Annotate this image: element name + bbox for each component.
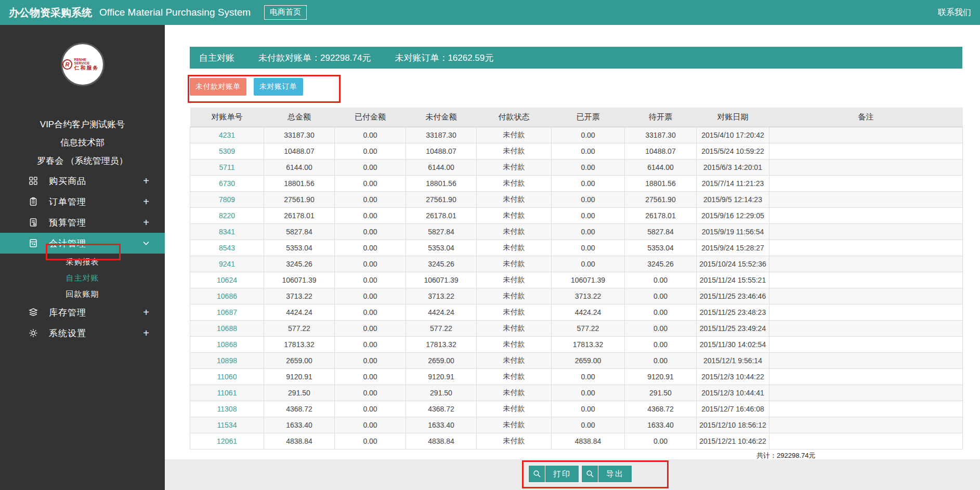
- table-cell: 未付款: [477, 352, 552, 368]
- contact-us-link[interactable]: 联系我们: [938, 7, 971, 18]
- table-cell: 0.00: [552, 127, 625, 143]
- table-cell: 2015/11/24 15:55:21: [697, 272, 769, 288]
- export-button-label: 导出: [598, 469, 632, 479]
- stats-bar: 自主对账 未付款对账单：292298.74元 未对账订单：16262.59元: [190, 47, 962, 69]
- table-cell: 未付款: [477, 288, 552, 304]
- sidebar-item-system-settings[interactable]: 系统设置 +: [0, 323, 165, 343]
- table-cell: [769, 417, 963, 433]
- table-cell: 4424.24: [552, 304, 625, 320]
- print-button[interactable]: 打印: [528, 465, 579, 483]
- table-cell: 9120.91: [406, 368, 477, 385]
- column-header: 对账日期: [697, 108, 769, 127]
- table-cell: 3713.22: [406, 288, 477, 304]
- statement-id-link[interactable]: 8220: [190, 207, 264, 223]
- statement-id-link[interactable]: 11060: [190, 368, 264, 385]
- table-cell: 2659.00: [406, 352, 477, 368]
- table-cell: 5353.04: [625, 240, 697, 256]
- table-cell: 未付款: [477, 191, 552, 207]
- unpaid-statements-button[interactable]: 未付款对账单: [190, 78, 246, 96]
- table-cell: 2015/9/5 12:14:23: [697, 191, 769, 207]
- statement-id-link[interactable]: 8543: [190, 240, 264, 256]
- statement-id-link[interactable]: 10868: [190, 336, 264, 352]
- ecommerce-home-button[interactable]: 电商首页: [264, 5, 307, 20]
- statement-id-link[interactable]: 4231: [190, 127, 264, 143]
- table-cell: 2015/11/25 23:46:46: [697, 288, 769, 304]
- statement-id-link[interactable]: 10624: [190, 272, 264, 288]
- table-cell: 0.00: [335, 417, 406, 433]
- page-title: 自主对账: [199, 52, 234, 64]
- table-cell: 6144.00: [625, 159, 697, 175]
- statement-id-link[interactable]: 7809: [190, 191, 264, 207]
- statement-id-link[interactable]: 6730: [190, 175, 264, 191]
- table-row: 106874424.240.004424.24未付款4424.240.00201…: [190, 304, 963, 320]
- column-header: 付款状态: [477, 108, 552, 127]
- statement-id-link[interactable]: 11061: [190, 385, 264, 401]
- statement-id-link[interactable]: 11308: [190, 401, 264, 417]
- sidebar-item-budget-management[interactable]: 预算管理 +: [0, 212, 165, 233]
- sidebar-item-accounting-management[interactable]: 会计管理: [0, 233, 165, 254]
- table-cell: 0.00: [335, 272, 406, 288]
- table-cell: 未付款: [477, 127, 552, 143]
- app-title-cn: 办公物资采购系统: [9, 6, 92, 20]
- export-button[interactable]: 导出: [581, 465, 632, 483]
- accounting-submenu: 采购报表 自主对账 回款账期: [0, 254, 165, 302]
- plus-icon[interactable]: +: [143, 327, 149, 339]
- table-cell: [769, 191, 963, 207]
- table-cell: 未付款: [477, 417, 552, 433]
- plus-icon[interactable]: +: [143, 307, 149, 319]
- table-cell: 2015/11/25 23:48:23: [697, 304, 769, 320]
- chevron-down-icon[interactable]: [142, 239, 150, 249]
- statement-id-link[interactable]: 12061: [190, 433, 264, 449]
- table-cell: 0.00: [552, 143, 625, 159]
- plus-icon[interactable]: +: [143, 217, 149, 229]
- plus-icon[interactable]: +: [143, 196, 149, 208]
- statement-table: 对账单号总金额已付金额未付金额付款状态已开票待开票对账日期备注 42313318…: [190, 108, 962, 449]
- table-cell: 5827.84: [264, 223, 335, 240]
- table-cell: 18801.56: [406, 175, 477, 191]
- table-cell: 0.00: [335, 288, 406, 304]
- plus-icon[interactable]: +: [143, 175, 149, 187]
- table-row: 92413245.260.003245.26未付款0.003245.262015…: [190, 256, 963, 272]
- table-cell: [769, 256, 963, 272]
- table-cell: 0.00: [552, 175, 625, 191]
- sidebar-item-label: 订单管理: [49, 196, 86, 208]
- sidebar-item-purchase-goods[interactable]: 购买商品 +: [0, 170, 165, 191]
- statement-id-link[interactable]: 10687: [190, 304, 264, 320]
- table-cell: 27561.90: [406, 191, 477, 207]
- table-row: 822026178.010.0026178.01未付款0.0026178.012…: [190, 207, 963, 223]
- statement-id-link[interactable]: 8341: [190, 223, 264, 240]
- table-cell: 0.00: [335, 191, 406, 207]
- table-cell: 9120.91: [264, 368, 335, 385]
- table-cell: 106071.39: [264, 272, 335, 288]
- statement-id-link[interactable]: 10686: [190, 288, 264, 304]
- statement-id-link[interactable]: 10898: [190, 352, 264, 368]
- column-header: 总金额: [264, 108, 335, 127]
- table-cell: 4838.84: [264, 433, 335, 449]
- table-cell: 未付款: [477, 256, 552, 272]
- sidebar-subitem-payment-collection-period[interactable]: 回款账期: [0, 286, 165, 302]
- table-cell: 9120.91: [625, 368, 697, 385]
- sidebar-subitem-self-reconciliation[interactable]: 自主对账: [0, 270, 165, 286]
- table-cell: 5353.04: [406, 240, 477, 256]
- table-cell: 6144.00: [264, 159, 335, 175]
- column-header: 待开票: [625, 108, 697, 127]
- table-cell: 未付款: [477, 368, 552, 385]
- sidebar-item-inventory-management[interactable]: 库存管理 +: [0, 302, 165, 323]
- table-cell: 0.00: [335, 433, 406, 449]
- statement-id-link[interactable]: 11534: [190, 417, 264, 433]
- table-cell: 2015/10/24 15:52:36: [697, 256, 769, 272]
- statement-id-link[interactable]: 10688: [190, 320, 264, 336]
- table-row: 85435353.040.005353.04未付款0.005353.042015…: [190, 240, 963, 256]
- table-cell: 4368.72: [264, 401, 335, 417]
- table-row: 10688577.220.00577.22未付款577.220.002015/1…: [190, 320, 963, 336]
- table-cell: 2015/9/24 15:28:27: [697, 240, 769, 256]
- table-cell: 0.00: [552, 191, 625, 207]
- table-cell: 0.00: [552, 401, 625, 417]
- sidebar-subitem-purchase-report[interactable]: 采购报表: [0, 254, 165, 270]
- unreconciled-orders-button[interactable]: 未对账订单: [254, 78, 303, 96]
- statement-id-link[interactable]: 9241: [190, 256, 264, 272]
- sidebar-item-order-management[interactable]: 订单管理 +: [0, 191, 165, 212]
- statement-id-link[interactable]: 5309: [190, 143, 264, 159]
- statement-id-link[interactable]: 5711: [190, 159, 264, 175]
- table-cell: 2015/9/19 11:56:54: [697, 223, 769, 240]
